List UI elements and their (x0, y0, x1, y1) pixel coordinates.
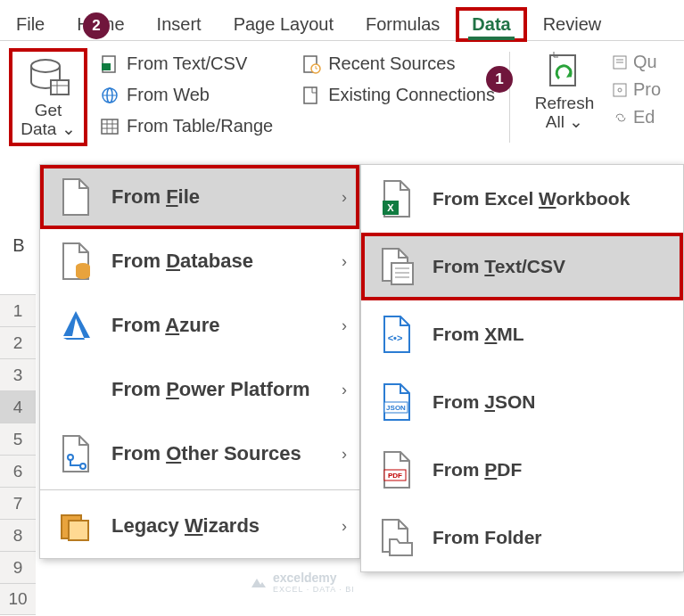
existing-conn-button[interactable]: Existing Connections (301, 83, 495, 107)
row-header[interactable]: 2 (0, 326, 36, 358)
power-icon (56, 370, 95, 409)
menu-from-file[interactable]: From File › (40, 165, 359, 229)
get-data-label: Get Data ⌄ (21, 102, 75, 139)
row-header[interactable]: 10 (0, 583, 36, 615)
from-text-csv-button[interactable]: From Text/CSV (100, 52, 273, 76)
globe-icon (100, 86, 119, 105)
menu-label: From Power Platform (111, 378, 310, 401)
column-header-B[interactable]: B (5, 235, 32, 256)
chevron-right-icon: › (342, 316, 347, 335)
row-header[interactable]: 7 (0, 487, 36, 519)
menu-label: From File (111, 185, 200, 209)
refresh-all-button[interactable]: Refresh All ⌄ (524, 48, 605, 146)
tab-insert[interactable]: Insert (141, 7, 218, 42)
file-json-icon: JSON (377, 382, 416, 422)
properties-button[interactable]: Pro (612, 79, 661, 100)
submenu-pdf[interactable]: PDF From PDF (361, 436, 683, 504)
menu-label: From XML (433, 324, 524, 345)
watermark: exceldemyEXCEL · DATA · BI (250, 571, 355, 594)
menu-from-other[interactable]: From Other Sources › (40, 422, 359, 486)
file-icon (56, 177, 95, 217)
chevron-right-icon: › (342, 381, 347, 399)
refresh-icon (543, 50, 586, 93)
from-web-label: From Web (127, 85, 210, 105)
menu-label: From JSON (433, 391, 536, 413)
submenu-excel-workbook[interactable]: X From Excel Workbook (361, 165, 683, 233)
svg-text:JSON: JSON (386, 404, 406, 412)
svg-rect-16 (304, 87, 317, 103)
menu-label: From Folder (433, 527, 542, 548)
file-csv-icon (100, 54, 119, 74)
menu-label: From Excel Workbook (433, 188, 630, 209)
tab-file[interactable]: File (0, 7, 61, 42)
svg-point-22 (618, 88, 622, 92)
tab-review[interactable]: Review (527, 7, 618, 42)
menu-label: From Other Sources (111, 442, 301, 465)
row-header[interactable]: 6 (0, 455, 36, 487)
queries-button[interactable]: Qu (612, 52, 661, 72)
submenu-folder[interactable]: From Folder (361, 504, 683, 571)
svg-rect-21 (614, 84, 626, 96)
menu-from-azure[interactable]: From Azure › (40, 293, 359, 357)
row-header[interactable]: 9 (0, 551, 36, 583)
queries-label: Qu (633, 52, 657, 72)
submenu-text-csv[interactable]: From Text/CSV (361, 233, 683, 300)
tab-formulas[interactable]: Formulas (350, 7, 456, 42)
callout-badge-2: 2 (83, 12, 110, 39)
properties-label: Pro (633, 79, 661, 100)
ribbon-conn-group: Recent Sources Existing Connections (301, 48, 495, 146)
watermark-icon (250, 573, 268, 591)
properties-icon (612, 81, 630, 99)
separator (509, 52, 510, 143)
tab-data[interactable]: Data (456, 7, 526, 42)
tab-page-layout[interactable]: Page Layout (218, 7, 350, 42)
chevron-right-icon: › (342, 188, 347, 207)
svg-text:PDF: PDF (388, 472, 402, 480)
watermark-name: exceldemy (273, 571, 337, 585)
submenu-json[interactable]: JSON From JSON (361, 368, 683, 436)
file-icon (301, 86, 321, 105)
menu-label: From Database (111, 250, 253, 273)
ribbon: Get Data ⌄ From Text/CSV From Web From T… (0, 41, 684, 153)
edit-links-button[interactable]: Ed (612, 107, 661, 127)
from-table-label: From Table/Range (127, 116, 273, 136)
menu-label: From PDF (433, 459, 522, 480)
svg-text:<•>: <•> (388, 333, 403, 343)
row-header-selected[interactable]: 4 (0, 390, 36, 423)
menu-from-database[interactable]: From Database › (40, 229, 359, 293)
get-data-button[interactable]: Get Data ⌄ (9, 48, 87, 146)
recent-sources-button[interactable]: Recent Sources (301, 52, 495, 76)
existing-conn-label: Existing Connections (328, 85, 495, 105)
from-web-button[interactable]: From Web (100, 83, 273, 107)
file-db-icon (56, 242, 95, 281)
chevron-right-icon: › (342, 252, 347, 271)
link-icon (612, 109, 630, 127)
menu-from-power-platform[interactable]: From Power Platform › (40, 357, 359, 422)
row-header[interactable]: 5 (0, 423, 36, 455)
separator (40, 489, 359, 490)
file-xml-icon: <•> (377, 315, 416, 354)
menu-legacy-wizards[interactable]: Legacy Wizards › (40, 494, 359, 558)
list-icon (612, 53, 630, 71)
watermark-tag: EXCEL · DATA · BI (273, 585, 355, 594)
file-text-icon (377, 247, 416, 286)
svg-rect-30 (391, 263, 413, 284)
chevron-right-icon: › (342, 445, 347, 464)
row-header[interactable]: 3 (0, 358, 36, 390)
svg-rect-1 (51, 80, 69, 94)
get-data-menu: From File › From Database › From Azure ›… (39, 164, 360, 559)
from-table-button[interactable]: From Table/Range (100, 114, 273, 138)
azure-icon (56, 306, 95, 345)
row-header[interactable]: 8 (0, 519, 36, 551)
svg-point-0 (31, 60, 60, 72)
legacy-icon (56, 506, 95, 546)
database-icon (26, 55, 70, 100)
menu-label: Legacy Wizards (111, 514, 260, 538)
file-folder-icon (377, 518, 416, 557)
row-header[interactable]: 1 (0, 294, 36, 326)
chevron-right-icon: › (342, 517, 347, 536)
from-file-submenu: X From Excel Workbook From Text/CSV <•> … (360, 164, 684, 572)
menu-label: From Text/CSV (433, 256, 565, 277)
submenu-xml[interactable]: <•> From XML (361, 300, 683, 368)
menu-label: From Azure (111, 314, 219, 337)
